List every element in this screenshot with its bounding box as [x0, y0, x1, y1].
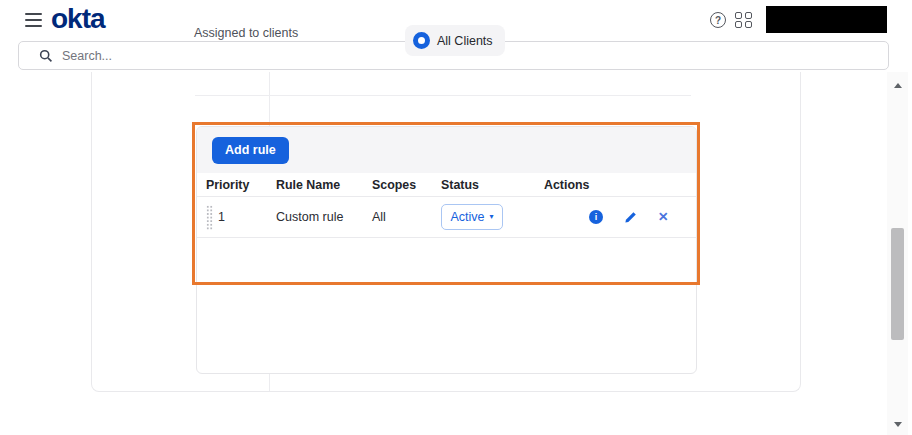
help-icon-glyph: ?: [715, 15, 721, 26]
actions-cell: i ✕: [544, 210, 687, 224]
scopes-value: All: [372, 210, 441, 224]
assigned-to-clients-label: Assigned to clients: [194, 26, 298, 40]
rules-table-container: Add rule Priority Rule Name Scopes Statu…: [196, 126, 697, 374]
table-row: 1 Custom rule All Active ▾ i ✕: [197, 197, 696, 238]
priority-cell: 1: [206, 205, 276, 230]
all-clients-chip[interactable]: All Clients: [405, 25, 505, 56]
delete-x-icon[interactable]: ✕: [658, 211, 668, 224]
rules-toolbar: Add rule: [197, 127, 696, 173]
status-dropdown[interactable]: Active ▾: [441, 204, 503, 230]
all-clients-label: All Clients: [437, 34, 493, 48]
caret-down-icon: ▾: [490, 213, 494, 221]
column-header-actions: Actions: [544, 178, 687, 192]
redacted-user-menu[interactable]: [766, 6, 887, 33]
table-header-row: Priority Rule Name Scopes Status Actions: [197, 173, 696, 197]
section-divider: [195, 95, 691, 96]
okta-admin-page: okta ? Assigned to clients All Clients: [0, 0, 912, 435]
rule-name-value: Custom rule: [276, 210, 372, 224]
scroll-down-button[interactable]: [887, 415, 908, 433]
info-icon[interactable]: i: [589, 210, 603, 224]
status-value: Active: [450, 210, 484, 224]
hamburger-menu-icon[interactable]: [25, 13, 42, 27]
edit-pencil-icon[interactable]: [624, 211, 637, 224]
vertical-scrollbar[interactable]: [887, 72, 908, 435]
column-header-status: Status: [441, 178, 544, 192]
apps-grid-icon[interactable]: [735, 12, 752, 28]
column-header-rule-name: Rule Name: [276, 178, 372, 192]
add-rule-button[interactable]: Add rule: [212, 137, 289, 164]
scroll-down-icon: [894, 422, 902, 427]
priority-value: 1: [218, 210, 225, 224]
scroll-up-icon: [894, 83, 902, 88]
okta-logo: okta: [51, 3, 105, 35]
drag-handle-icon[interactable]: [206, 205, 213, 230]
column-header-priority: Priority: [206, 178, 276, 192]
help-icon[interactable]: ?: [710, 12, 726, 28]
column-header-scopes: Scopes: [372, 178, 441, 192]
radio-selected-icon: [413, 32, 430, 49]
scrollbar-thumb[interactable]: [891, 228, 904, 340]
search-icon: [39, 49, 53, 63]
scroll-up-button[interactable]: [887, 76, 908, 94]
status-cell: Active ▾: [441, 204, 544, 230]
